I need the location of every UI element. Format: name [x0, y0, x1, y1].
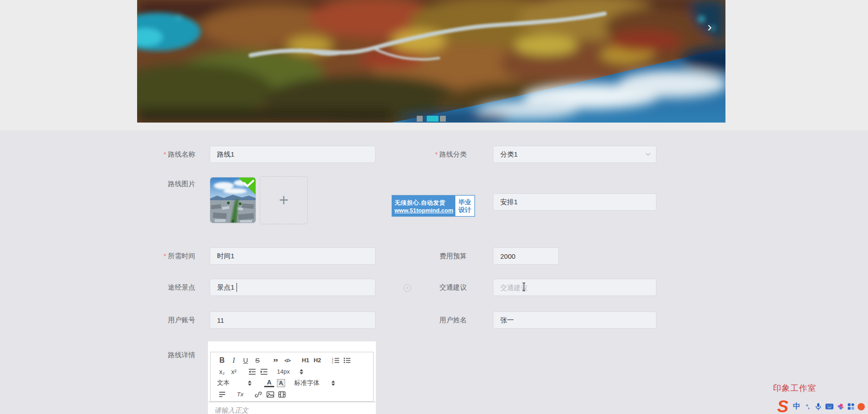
- clear-format-button[interactable]: Tx: [235, 389, 245, 400]
- align-button[interactable]: [217, 389, 227, 400]
- budget-label: 费用预算: [399, 247, 467, 265]
- route-category-value: 分类1: [500, 150, 518, 158]
- underline-button[interactable]: U: [241, 355, 251, 366]
- font-updown-icon: [331, 380, 335, 386]
- keyboard-icon[interactable]: [824, 402, 835, 411]
- bold-button[interactable]: B: [217, 355, 227, 366]
- subscript-button[interactable]: x₂: [217, 366, 227, 377]
- indent-button[interactable]: [259, 366, 269, 377]
- editor-toolbar: B I U S ” </> H1 H2 123 x₂ x²: [210, 352, 374, 402]
- paragraph-style-picker[interactable]: 文本: [217, 378, 243, 389]
- account-input[interactable]: [210, 311, 375, 329]
- spots-label: 途经景点: [113, 279, 195, 296]
- rich-text-editor: B I U S ” </> H1 H2 123 x₂ x²: [208, 341, 376, 414]
- blockquote-button[interactable]: ”: [271, 355, 281, 366]
- italic-button[interactable]: I: [229, 355, 239, 366]
- punctuation-mode-icon[interactable]: °,: [802, 402, 813, 411]
- watermark-badge-line2: 设计: [459, 206, 471, 214]
- account-label: 用户账号: [113, 311, 195, 329]
- route-name-input[interactable]: [210, 146, 375, 163]
- sogou-logo-icon[interactable]: S: [777, 399, 789, 414]
- text-color-button[interactable]: A: [264, 379, 274, 387]
- font-family-picker[interactable]: 标准字体: [294, 378, 327, 389]
- ordered-list-button[interactable]: 123: [330, 355, 340, 366]
- traffic-label: 交通建议: [399, 279, 467, 296]
- heading2-button[interactable]: H2: [312, 355, 322, 366]
- route-category-select[interactable]: 分类1: [493, 146, 656, 163]
- insert-image-button[interactable]: [265, 389, 275, 400]
- route-image-label: 路线图片: [113, 175, 195, 192]
- text-caret: [237, 283, 237, 292]
- studio-signature: 印象工作室: [773, 383, 816, 394]
- carousel-dot-active[interactable]: [427, 116, 439, 122]
- carousel-next-arrow-icon[interactable]: ›: [702, 20, 717, 35]
- outdent-button[interactable]: [247, 366, 257, 377]
- town-photo-thumbnail: [210, 177, 256, 223]
- toolbox-grid-icon[interactable]: [846, 402, 857, 411]
- editor-content-area[interactable]: 请输入正文: [208, 402, 376, 414]
- required-mark: *: [164, 151, 166, 158]
- paragraph-updown-icon: [248, 380, 252, 386]
- carousel-dot[interactable]: [440, 116, 446, 122]
- banner-landscape-art: [137, 0, 725, 123]
- route-banner-image: [137, 0, 725, 123]
- username-label: 用户姓名: [399, 311, 467, 329]
- required-mark: *: [164, 252, 166, 260]
- schedule-input[interactable]: [493, 193, 656, 211]
- ibeam-cursor-icon: [521, 282, 527, 291]
- ime-edge-icon[interactable]: [858, 403, 865, 410]
- time-label: *所需时间: [113, 247, 195, 265]
- highlight-color-button[interactable]: A: [277, 379, 285, 387]
- superscript-button[interactable]: x²: [229, 366, 239, 377]
- svg-text:3: 3: [332, 361, 333, 363]
- skin-paw-icon[interactable]: [835, 402, 846, 411]
- route-name-label: *路线名称: [113, 146, 195, 163]
- detail-label: 路线详情: [113, 346, 195, 364]
- watermark-line1: 无须担心.自动发货: [395, 199, 452, 207]
- chevron-down-icon: [646, 153, 651, 156]
- size-updown-icon: [300, 369, 303, 375]
- microphone-icon[interactable]: [813, 402, 824, 411]
- insert-video-button[interactable]: [277, 389, 287, 400]
- spots-input[interactable]: [210, 279, 375, 296]
- chinese-mode-icon[interactable]: 中: [791, 402, 802, 411]
- insert-link-button[interactable]: [253, 389, 263, 400]
- watermark-ad[interactable]: 无须担心.自动发货 www.51topmind.com 毕业 设计: [392, 195, 475, 217]
- heading1-button[interactable]: H1: [301, 355, 311, 366]
- add-image-button[interactable]: +: [260, 176, 308, 224]
- ime-toolbar: S 中 °,: [777, 399, 868, 414]
- watermark-badge: 毕业 设计: [455, 195, 475, 217]
- time-input[interactable]: [210, 247, 375, 265]
- carousel-dot[interactable]: [417, 116, 423, 122]
- route-image-thumbnail[interactable]: [210, 177, 256, 223]
- strikethrough-button[interactable]: S: [252, 355, 262, 366]
- bullet-list-button[interactable]: [342, 355, 352, 366]
- required-mark: *: [435, 151, 438, 158]
- budget-input[interactable]: [493, 247, 559, 265]
- traffic-input[interactable]: [493, 279, 656, 296]
- code-block-button[interactable]: </>: [282, 355, 292, 366]
- font-size-picker[interactable]: 14px: [277, 366, 295, 377]
- username-input[interactable]: [493, 311, 656, 329]
- watermark-url: www.51topmind.com: [395, 207, 452, 214]
- plus-icon: +: [260, 177, 307, 224]
- watermark-badge-line1: 毕业: [459, 198, 471, 206]
- route-category-label: *路线分类: [399, 146, 467, 163]
- editor-placeholder: 请输入正文: [214, 406, 248, 414]
- watermark-text-block: 无须担心.自动发货 www.51topmind.com: [392, 195, 455, 217]
